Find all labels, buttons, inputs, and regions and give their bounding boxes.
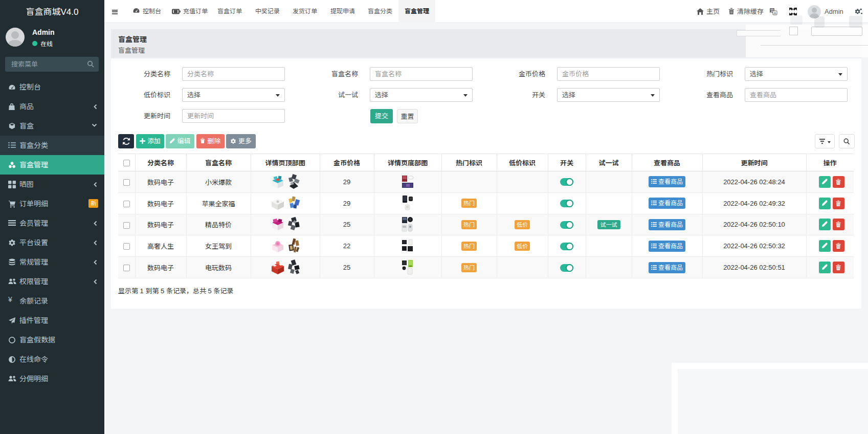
svg-text:A: A [774,11,776,15]
